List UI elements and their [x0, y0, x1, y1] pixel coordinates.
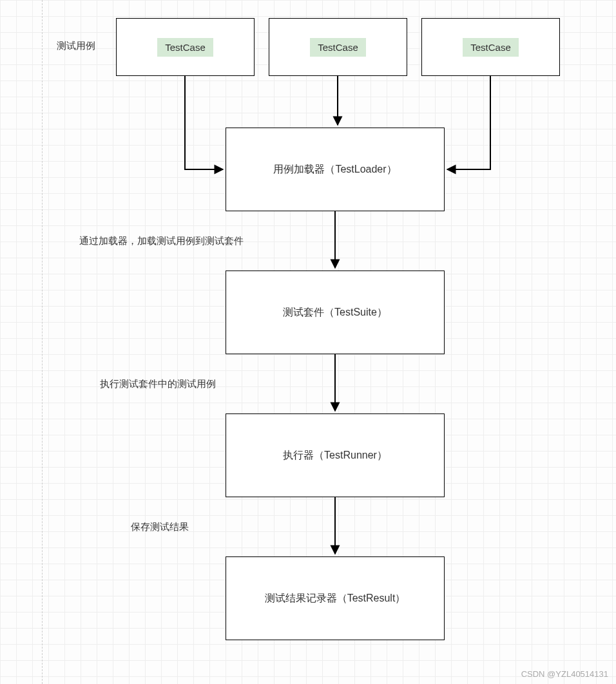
- testcase-node-1: TestCase: [116, 18, 255, 76]
- runner-node: 执行器（TestRunner）: [226, 413, 445, 497]
- testcase-label: TestCase: [463, 38, 519, 57]
- result-label: 测试结果记录器（TestResult）: [265, 592, 406, 605]
- testcase-node-3: TestCase: [421, 18, 560, 76]
- section-divider: [42, 0, 43, 684]
- testcase-label: TestCase: [310, 38, 366, 57]
- row-label: 测试用例: [57, 40, 95, 52]
- edge-label-loader-suite: 通过加载器，加载测试用例到测试套件: [79, 235, 244, 247]
- suite-node: 测试套件（TestSuite）: [226, 271, 445, 354]
- testcase-node-2: TestCase: [269, 18, 407, 76]
- edge-label-suite-runner: 执行测试套件中的测试用例: [100, 378, 216, 390]
- testcase-label: TestCase: [157, 38, 213, 57]
- result-node: 测试结果记录器（TestResult）: [226, 556, 445, 640]
- loader-label: 用例加载器（TestLoader）: [273, 163, 396, 176]
- suite-label: 测试套件（TestSuite）: [283, 306, 387, 319]
- edge-label-runner-result: 保存测试结果: [131, 521, 189, 533]
- loader-node: 用例加载器（TestLoader）: [226, 128, 445, 211]
- runner-label: 执行器（TestRunner）: [283, 449, 387, 462]
- watermark: CSDN @YZL40514131: [521, 669, 608, 679]
